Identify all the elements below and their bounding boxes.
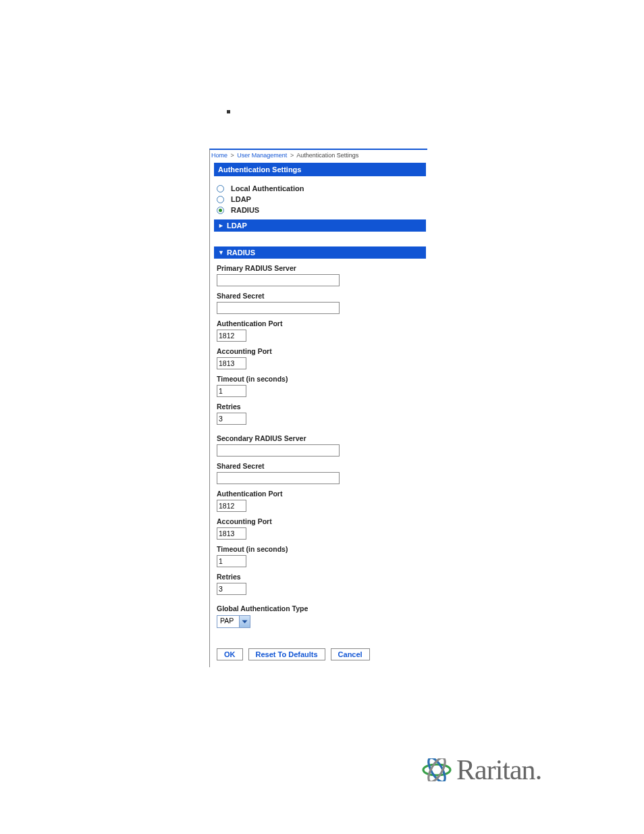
breadcrumb-home[interactable]: Home [211, 152, 227, 159]
primary-timeout-label: Timeout (in seconds) [217, 375, 423, 383]
panel-title: Authentication Settings [214, 163, 426, 176]
breadcrumb-sep: > [230, 152, 236, 159]
radio-ldap[interactable] [217, 196, 224, 203]
primary-acctport-label: Accounting Port [217, 347, 423, 355]
radio-label-local: Local Authentication [231, 184, 304, 192]
primary-authport-input[interactable] [217, 330, 246, 342]
primary-retries-input[interactable] [217, 413, 246, 425]
primary-secret-input[interactable] [217, 302, 340, 314]
secondary-secret-input[interactable] [217, 472, 340, 484]
secondary-server-label: Secondary RADIUS Server [217, 434, 423, 442]
primary-server-input[interactable] [217, 274, 340, 286]
ldap-section-label: LDAP [227, 221, 247, 230]
bullet-icon [227, 110, 230, 113]
secondary-acctport-label: Accounting Port [217, 517, 423, 525]
ok-button[interactable]: OK [217, 648, 243, 660]
breadcrumb-section[interactable]: User Management [237, 152, 287, 159]
secondary-server-input[interactable] [217, 444, 340, 457]
chevron-down-icon: ▼ [218, 250, 224, 256]
auth-settings-panel: Home > User Management > Authentication … [209, 149, 427, 667]
primary-retries-label: Retries [217, 402, 423, 411]
breadcrumb-current: Authentication Settings [296, 152, 358, 159]
global-auth-type-label: Global Authentication Type [217, 604, 423, 613]
breadcrumb-sep: > [289, 152, 295, 159]
global-auth-type-select[interactable]: PAP [217, 615, 250, 628]
secondary-retries-label: Retries [217, 573, 423, 581]
radio-local-auth[interactable] [217, 185, 224, 192]
secondary-authport-label: Authentication Port [217, 490, 423, 498]
radio-radius[interactable] [217, 207, 224, 214]
secondary-acctport-input[interactable] [217, 527, 246, 540]
radio-label-radius: RADIUS [231, 206, 259, 214]
logo-icon [421, 758, 452, 781]
radius-form: Primary RADIUS Server Shared Secret Auth… [210, 259, 427, 636]
secondary-timeout-label: Timeout (in seconds) [217, 545, 423, 553]
primary-acctport-input[interactable] [217, 357, 246, 369]
svg-point-0 [423, 764, 450, 775]
secondary-secret-label: Shared Secret [217, 462, 423, 470]
primary-secret-label: Shared Secret [217, 292, 423, 300]
brand-logo: Raritan. [421, 754, 541, 786]
radius-section-header[interactable]: ▼ RADIUS [214, 246, 426, 259]
button-row: OK Reset To Defaults Cancel [210, 636, 427, 667]
primary-server-label: Primary RADIUS Server [217, 264, 423, 272]
chevron-right-icon: ► [218, 223, 224, 229]
chevron-down-icon [239, 616, 250, 627]
radius-section-label: RADIUS [227, 249, 255, 257]
cancel-button[interactable]: Cancel [331, 648, 370, 660]
auth-type-radios: Local Authentication LDAP RADIUS [210, 176, 427, 219]
radio-label-ldap: LDAP [231, 195, 251, 203]
brand-name: Raritan. [456, 754, 541, 786]
secondary-authport-input[interactable] [217, 500, 246, 512]
reset-defaults-button[interactable]: Reset To Defaults [248, 648, 325, 660]
secondary-timeout-input[interactable] [217, 555, 246, 567]
breadcrumb: Home > User Management > Authentication … [210, 150, 427, 163]
global-auth-type-value: PAP [217, 616, 239, 627]
primary-authport-label: Authentication Port [217, 319, 423, 328]
secondary-retries-input[interactable] [217, 583, 246, 595]
ldap-section-header[interactable]: ► LDAP [214, 219, 426, 232]
primary-timeout-input[interactable] [217, 385, 246, 397]
